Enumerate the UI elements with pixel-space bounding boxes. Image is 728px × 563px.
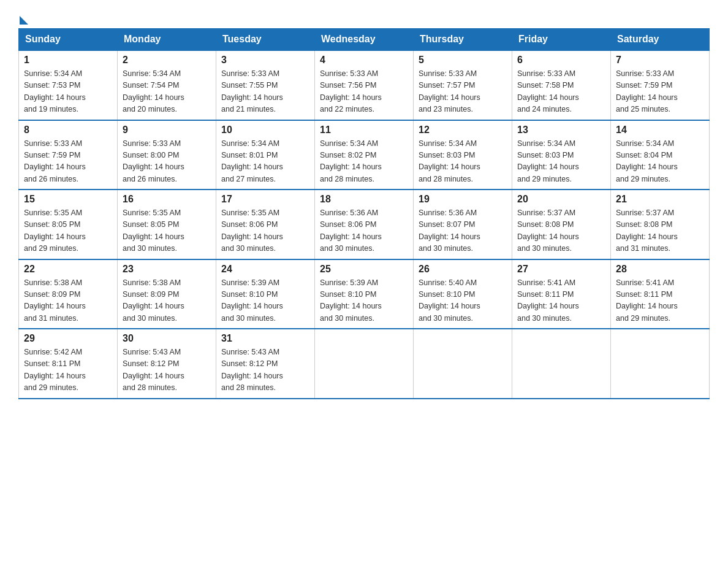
- calendar-week-row: 1Sunrise: 5:34 AMSunset: 7:53 PMDaylight…: [19, 50, 710, 120]
- calendar-header-friday: Friday: [512, 29, 611, 51]
- calendar-cell: 16Sunrise: 5:35 AMSunset: 8:05 PMDayligh…: [118, 190, 216, 259]
- day-info: Sunrise: 5:39 AMSunset: 8:10 PMDaylight:…: [221, 277, 309, 325]
- calendar-week-row: 22Sunrise: 5:38 AMSunset: 8:09 PMDayligh…: [19, 259, 710, 329]
- day-number: 31: [221, 333, 309, 344]
- calendar-cell: 8Sunrise: 5:33 AMSunset: 7:59 PMDaylight…: [19, 120, 118, 190]
- day-info: Sunrise: 5:40 AMSunset: 8:10 PMDaylight:…: [419, 277, 507, 325]
- calendar-cell: 14Sunrise: 5:34 AMSunset: 8:04 PMDayligh…: [611, 120, 710, 190]
- calendar-table: SundayMondayTuesdayWednesdayThursdayFrid…: [18, 28, 710, 399]
- calendar-cell: 30Sunrise: 5:43 AMSunset: 8:12 PMDayligh…: [118, 329, 216, 399]
- day-info: Sunrise: 5:34 AMSunset: 8:02 PMDaylight:…: [320, 138, 408, 186]
- day-number: 22: [24, 264, 112, 275]
- day-info: Sunrise: 5:35 AMSunset: 8:05 PMDaylight:…: [123, 207, 211, 255]
- day-number: 6: [517, 55, 605, 66]
- day-info: Sunrise: 5:34 AMSunset: 8:04 PMDaylight:…: [616, 138, 704, 186]
- calendar-cell: 23Sunrise: 5:38 AMSunset: 8:09 PMDayligh…: [118, 259, 216, 329]
- day-number: 25: [320, 264, 408, 275]
- calendar-cell: 13Sunrise: 5:34 AMSunset: 8:03 PMDayligh…: [512, 120, 611, 190]
- day-info: Sunrise: 5:41 AMSunset: 8:11 PMDaylight:…: [517, 277, 605, 325]
- calendar-header-row: SundayMondayTuesdayWednesdayThursdayFrid…: [19, 29, 710, 51]
- calendar-cell: 10Sunrise: 5:34 AMSunset: 8:01 PMDayligh…: [216, 120, 315, 190]
- day-info: Sunrise: 5:37 AMSunset: 8:08 PMDaylight:…: [517, 207, 605, 255]
- day-info: Sunrise: 5:34 AMSunset: 7:54 PMDaylight:…: [123, 68, 211, 116]
- day-number: 8: [24, 124, 112, 136]
- calendar-cell: 12Sunrise: 5:34 AMSunset: 8:03 PMDayligh…: [414, 120, 512, 190]
- day-number: 27: [517, 264, 605, 275]
- calendar-cell: 27Sunrise: 5:41 AMSunset: 8:11 PMDayligh…: [512, 259, 611, 329]
- day-info: Sunrise: 5:33 AMSunset: 7:59 PMDaylight:…: [616, 68, 704, 116]
- calendar-week-row: 15Sunrise: 5:35 AMSunset: 8:05 PMDayligh…: [19, 190, 710, 259]
- logo-arrow-icon: [20, 16, 28, 25]
- day-number: 15: [24, 194, 112, 205]
- calendar-cell: 20Sunrise: 5:37 AMSunset: 8:08 PMDayligh…: [512, 190, 611, 259]
- day-info: Sunrise: 5:43 AMSunset: 8:12 PMDaylight:…: [221, 347, 309, 394]
- day-number: 2: [123, 55, 211, 66]
- day-info: Sunrise: 5:33 AMSunset: 7:56 PMDaylight:…: [320, 68, 408, 116]
- day-number: 16: [123, 194, 211, 205]
- calendar-header-monday: Monday: [118, 29, 216, 51]
- calendar-cell: 1Sunrise: 5:34 AMSunset: 7:53 PMDaylight…: [19, 50, 118, 120]
- day-info: Sunrise: 5:42 AMSunset: 8:11 PMDaylight:…: [24, 347, 112, 394]
- day-info: Sunrise: 5:38 AMSunset: 8:09 PMDaylight:…: [123, 277, 211, 325]
- day-info: Sunrise: 5:41 AMSunset: 8:11 PMDaylight:…: [616, 277, 704, 325]
- day-number: 12: [419, 124, 507, 136]
- day-number: 10: [221, 124, 309, 136]
- calendar-header-sunday: Sunday: [19, 29, 118, 51]
- day-number: 30: [123, 333, 211, 344]
- day-number: 14: [616, 124, 704, 136]
- calendar-cell: 17Sunrise: 5:35 AMSunset: 8:06 PMDayligh…: [216, 190, 315, 259]
- day-info: Sunrise: 5:33 AMSunset: 7:59 PMDaylight:…: [24, 138, 112, 186]
- calendar-cell: 15Sunrise: 5:35 AMSunset: 8:05 PMDayligh…: [19, 190, 118, 259]
- day-info: Sunrise: 5:35 AMSunset: 8:06 PMDaylight:…: [221, 207, 309, 255]
- day-info: Sunrise: 5:33 AMSunset: 7:57 PMDaylight:…: [419, 68, 507, 116]
- calendar-cell: 26Sunrise: 5:40 AMSunset: 8:10 PMDayligh…: [414, 259, 512, 329]
- calendar-cell: 4Sunrise: 5:33 AMSunset: 7:56 PMDaylight…: [315, 50, 414, 120]
- day-number: 17: [221, 194, 309, 205]
- calendar-header-saturday: Saturday: [611, 29, 710, 51]
- calendar-cell: 18Sunrise: 5:36 AMSunset: 8:06 PMDayligh…: [315, 190, 414, 259]
- calendar-cell: 11Sunrise: 5:34 AMSunset: 8:02 PMDayligh…: [315, 120, 414, 190]
- calendar-cell: 28Sunrise: 5:41 AMSunset: 8:11 PMDayligh…: [611, 259, 710, 329]
- calendar-header-wednesday: Wednesday: [315, 29, 414, 51]
- calendar-week-row: 8Sunrise: 5:33 AMSunset: 7:59 PMDaylight…: [19, 120, 710, 190]
- day-number: 1: [24, 55, 112, 66]
- day-number: 5: [419, 55, 507, 66]
- calendar-cell: 22Sunrise: 5:38 AMSunset: 8:09 PMDayligh…: [19, 259, 118, 329]
- calendar-cell: 3Sunrise: 5:33 AMSunset: 7:55 PMDaylight…: [216, 50, 315, 120]
- day-info: Sunrise: 5:34 AMSunset: 7:53 PMDaylight:…: [24, 68, 112, 116]
- day-number: 3: [221, 55, 309, 66]
- calendar-week-row: 29Sunrise: 5:42 AMSunset: 8:11 PMDayligh…: [19, 329, 710, 399]
- calendar-cell: 9Sunrise: 5:33 AMSunset: 8:00 PMDaylight…: [118, 120, 216, 190]
- day-number: 23: [123, 264, 211, 275]
- day-info: Sunrise: 5:36 AMSunset: 8:06 PMDaylight:…: [320, 207, 408, 255]
- day-number: 28: [616, 264, 704, 275]
- calendar-cell: 25Sunrise: 5:39 AMSunset: 8:10 PMDayligh…: [315, 259, 414, 329]
- day-number: 26: [419, 264, 507, 275]
- day-info: Sunrise: 5:37 AMSunset: 8:08 PMDaylight:…: [616, 207, 704, 255]
- day-number: 19: [419, 194, 507, 205]
- day-number: 7: [616, 55, 704, 66]
- calendar-cell: 24Sunrise: 5:39 AMSunset: 8:10 PMDayligh…: [216, 259, 315, 329]
- calendar-cell: 2Sunrise: 5:34 AMSunset: 7:54 PMDaylight…: [118, 50, 216, 120]
- day-info: Sunrise: 5:33 AMSunset: 8:00 PMDaylight:…: [123, 138, 211, 186]
- day-number: 11: [320, 124, 408, 136]
- calendar-header-thursday: Thursday: [414, 29, 512, 51]
- day-number: 29: [24, 333, 112, 344]
- day-number: 13: [517, 124, 605, 136]
- day-number: 9: [123, 124, 211, 136]
- calendar-cell: [512, 329, 611, 399]
- day-info: Sunrise: 5:33 AMSunset: 7:55 PMDaylight:…: [221, 68, 309, 116]
- calendar-header-tuesday: Tuesday: [216, 29, 315, 51]
- calendar-cell: 6Sunrise: 5:33 AMSunset: 7:58 PMDaylight…: [512, 50, 611, 120]
- day-info: Sunrise: 5:43 AMSunset: 8:12 PMDaylight:…: [123, 347, 211, 394]
- calendar-cell: [611, 329, 710, 399]
- day-info: Sunrise: 5:36 AMSunset: 8:07 PMDaylight:…: [419, 207, 507, 255]
- day-number: 24: [221, 264, 309, 275]
- day-info: Sunrise: 5:39 AMSunset: 8:10 PMDaylight:…: [320, 277, 408, 325]
- day-info: Sunrise: 5:38 AMSunset: 8:09 PMDaylight:…: [24, 277, 112, 325]
- day-number: 21: [616, 194, 704, 205]
- day-number: 18: [320, 194, 408, 205]
- page-header: [18, 12, 710, 22]
- calendar-cell: 5Sunrise: 5:33 AMSunset: 7:57 PMDaylight…: [414, 50, 512, 120]
- calendar-cell: 19Sunrise: 5:36 AMSunset: 8:07 PMDayligh…: [414, 190, 512, 259]
